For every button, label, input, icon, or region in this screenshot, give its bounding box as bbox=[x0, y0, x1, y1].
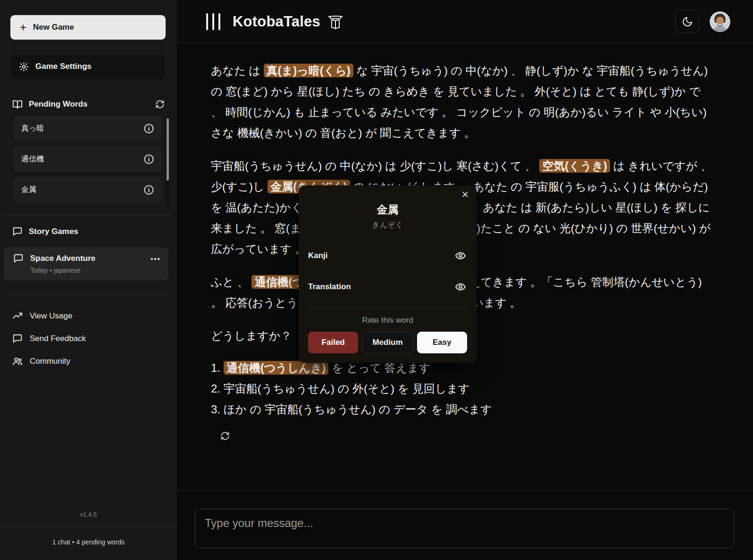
chat-bubble-icon bbox=[13, 253, 24, 264]
trending-up-icon bbox=[12, 311, 23, 321]
info-icon[interactable] bbox=[142, 122, 155, 135]
sidebar-status: 1 chat • 4 pending words bbox=[0, 527, 177, 560]
rate-medium-button[interactable]: Medium bbox=[362, 332, 413, 353]
regenerate-button[interactable] bbox=[220, 431, 230, 442]
book-open-icon bbox=[12, 99, 23, 109]
pending-word-item[interactable]: 真っ暗 bbox=[13, 116, 162, 141]
pending-words-list: 真っ暗通信機金属 bbox=[13, 116, 170, 202]
moon-icon bbox=[682, 16, 693, 27]
sidebar-divider bbox=[5, 215, 172, 215]
new-game-button[interactable]: + New Game bbox=[10, 15, 166, 40]
pending-word-item[interactable]: 金属 bbox=[13, 177, 162, 202]
app-title: KotobaTales bbox=[233, 13, 320, 30]
modal-reveal-rows: KanjiTranslation bbox=[308, 244, 467, 298]
refresh-words-button[interactable] bbox=[154, 99, 166, 110]
rate-easy-button[interactable]: Easy bbox=[417, 332, 467, 353]
nav-link-label: Community bbox=[30, 357, 70, 366]
pending-word-label: 真っ暗 bbox=[21, 124, 44, 134]
game-settings-label: Game Settings bbox=[35, 62, 92, 71]
nav-link-label: Send Feedback bbox=[30, 334, 86, 343]
modal-reading: きんぞく bbox=[308, 220, 467, 230]
game-title: Space Adventure bbox=[30, 254, 144, 263]
main-header: KotobaTales bbox=[177, 0, 753, 43]
vertical-bars-icon[interactable] bbox=[206, 13, 220, 30]
modal-divider bbox=[308, 308, 467, 309]
pending-word-item[interactable]: 通信機 bbox=[13, 146, 162, 172]
theme-toggle-button[interactable] bbox=[675, 10, 699, 33]
sidebar-divider bbox=[5, 293, 172, 293]
pending-word-label: 金属 bbox=[21, 185, 36, 195]
rate-failed-button[interactable]: Failed bbox=[308, 332, 358, 353]
pending-words-list-wrap: 真っ暗通信機金属 bbox=[13, 116, 170, 202]
reveal-row-translation: Translation bbox=[308, 276, 467, 298]
sidebar-nav-links: View UsageSend FeedbackCommunity bbox=[0, 305, 177, 373]
pending-words-title: Pending Words bbox=[29, 100, 87, 109]
refresh-icon bbox=[155, 100, 165, 109]
app-root: + New Game Game Settings Pending Words 真… bbox=[0, 0, 753, 560]
words-scrollbar[interactable] bbox=[166, 117, 169, 206]
sidebar-item-space-adventure[interactable]: Space Adventure ••• Today • japanese bbox=[4, 247, 168, 281]
reveal-row-label: Translation bbox=[308, 282, 351, 292]
reveal-row-kanji: Kanji bbox=[308, 244, 467, 267]
story-paragraph: あなた は 真(ま)っ暗(くら) な 宇宙(うちゅう) の 中(なか) 、 静(… bbox=[211, 60, 712, 143]
avatar[interactable] bbox=[710, 11, 730, 32]
reveal-row-label: Kanji bbox=[308, 251, 328, 260]
gear-icon bbox=[19, 62, 29, 72]
message-input[interactable] bbox=[195, 509, 734, 548]
info-icon[interactable] bbox=[142, 184, 155, 196]
rate-label: Rate this word bbox=[308, 316, 467, 325]
highlighted-word[interactable]: 空気(くうき) bbox=[539, 159, 610, 173]
sidebar-item-community[interactable]: Community bbox=[0, 350, 177, 373]
words-scrollbar-thumb[interactable] bbox=[167, 118, 169, 181]
plus-icon: + bbox=[20, 22, 26, 33]
version-label: v1.4.5 bbox=[0, 511, 177, 527]
chat-bubble-icon bbox=[12, 334, 23, 344]
eye-icon[interactable] bbox=[454, 280, 467, 293]
main-area: KotobaTales あなた は 真(ま)っ暗(くら) な 宇宙(う bbox=[177, 0, 753, 560]
new-game-label: New Game bbox=[33, 23, 74, 32]
composer bbox=[177, 490, 753, 560]
torii-book-logo-icon bbox=[327, 13, 344, 30]
story-option[interactable]: 2. 宇宙船(うちゅうせん) の 外(そと) を 見回します bbox=[211, 378, 712, 399]
modal-word: 金属 bbox=[308, 202, 467, 217]
story-games-title: Story Games bbox=[29, 227, 78, 236]
chat-bubble-icon bbox=[12, 226, 23, 237]
refresh-icon bbox=[220, 431, 230, 441]
nav-link-label: View Usage bbox=[30, 311, 72, 321]
game-settings-button[interactable]: Game Settings bbox=[10, 54, 165, 79]
pending-words-header: Pending Words bbox=[12, 99, 166, 110]
game-subtitle: Today • japanese bbox=[30, 267, 161, 274]
eye-icon[interactable] bbox=[454, 249, 467, 262]
highlighted-word[interactable]: 通信機(つうしんき) bbox=[224, 361, 329, 375]
story-option[interactable]: 3. ほか の 宇宙船(うちゅうせん) の データ を 調べます bbox=[211, 399, 712, 420]
pending-word-label: 通信機 bbox=[21, 154, 44, 164]
highlighted-word[interactable]: 真(ま)っ暗(くら) bbox=[264, 64, 353, 77]
sidebar-item-send-feedback[interactable]: Send Feedback bbox=[0, 327, 177, 350]
sidebar-item-view-usage[interactable]: View Usage bbox=[0, 305, 177, 327]
users-icon bbox=[12, 356, 23, 367]
game-options-button[interactable]: ••• bbox=[151, 255, 161, 263]
story-games-header: Story Games bbox=[12, 226, 166, 237]
close-icon[interactable]: ✕ bbox=[461, 190, 469, 199]
rate-buttons: FailedMediumEasy bbox=[308, 332, 467, 353]
info-icon[interactable] bbox=[142, 153, 155, 166]
word-rating-modal: ✕ 金属 きんぞく KanjiTranslation Rate this wor… bbox=[299, 185, 477, 363]
sidebar: + New Game Game Settings Pending Words 真… bbox=[0, 0, 177, 560]
